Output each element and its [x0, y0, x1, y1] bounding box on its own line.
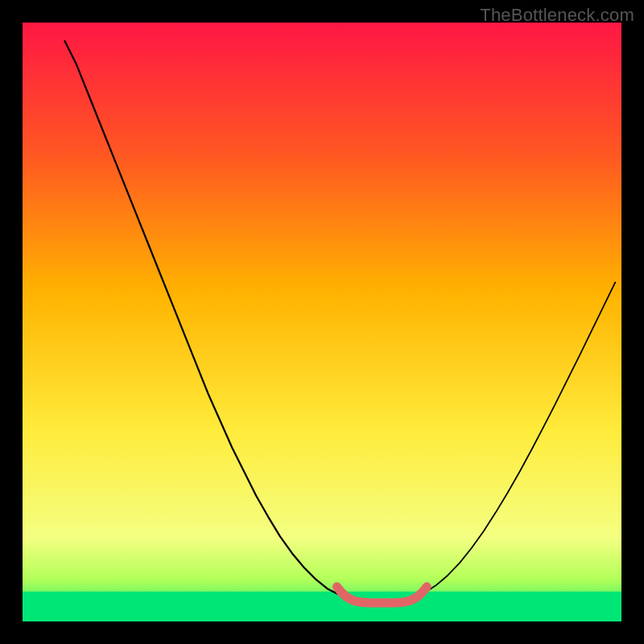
chart-background — [23, 23, 621, 621]
bottleneck-chart — [0, 0, 644, 644]
chart-green-band — [23, 592, 621, 621]
chart-canvas: TheBottleneck.com — [0, 0, 644, 644]
watermark-label: TheBottleneck.com — [480, 5, 634, 26]
